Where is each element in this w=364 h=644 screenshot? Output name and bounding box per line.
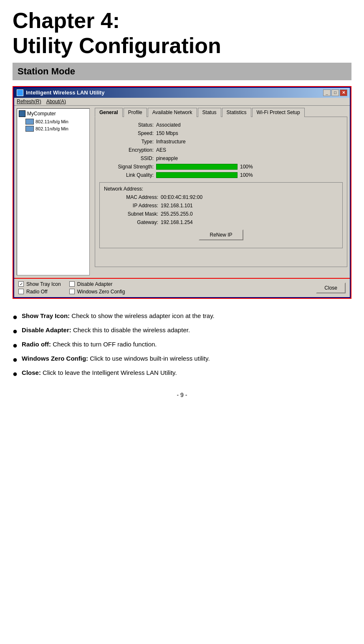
network-address-title: Network Address: bbox=[104, 186, 338, 192]
tree-root-label: MyComputer bbox=[27, 111, 56, 117]
close-titlebar-button[interactable]: ✕ bbox=[340, 89, 347, 96]
bullet-term-0: Show Tray Icon: bbox=[22, 312, 70, 319]
tab-available-network[interactable]: Available Network bbox=[148, 108, 197, 117]
bullet-desc-4: Click to leave the Intelligent Wireless … bbox=[43, 369, 177, 376]
radio-off-checkbox[interactable] bbox=[18, 289, 24, 294]
dialog-box: Intelligent Wireless LAN Utility _ □ ✕ R… bbox=[13, 87, 351, 298]
gateway-label: Gateway: bbox=[104, 219, 158, 225]
bullet-desc-0: Check to show the wireless adapter icon … bbox=[71, 312, 214, 319]
status-value: Associated bbox=[156, 122, 181, 128]
titlebar-buttons: _ □ ✕ bbox=[323, 89, 347, 96]
right-checkboxes: Disable Adapter Windows Zero Config bbox=[69, 281, 125, 295]
tree-item-2: 802.11n/b/g Min bbox=[25, 126, 88, 132]
disable-adapter-row: Disable Adapter bbox=[69, 281, 125, 287]
mac-label: MAC Address: bbox=[104, 194, 158, 200]
titlebar-left: Intelligent Wireless LAN Utility bbox=[17, 89, 104, 96]
row-status: Status: Associated bbox=[99, 122, 343, 128]
bullet-dot-0: ● bbox=[13, 311, 18, 322]
type-label: Type: bbox=[99, 139, 154, 145]
tab-content-general: Status: Associated Speed: 150 Mbps Type:… bbox=[95, 117, 347, 267]
list-item-text-0: Show Tray Icon: Check to show the wirele… bbox=[22, 311, 215, 321]
computer-icon bbox=[19, 110, 25, 117]
tree-root: MyComputer bbox=[19, 110, 88, 117]
restore-button[interactable]: □ bbox=[331, 89, 339, 96]
list-item-3: ● Windows Zero Config: Click to use wind… bbox=[13, 354, 351, 365]
show-tray-row: ✓ Show Tray Icon bbox=[18, 281, 61, 287]
ssid-label: SSID: bbox=[99, 155, 154, 161]
list-item-4: ● Close: Click to leave the Intelligent … bbox=[13, 368, 351, 379]
close-dialog-button[interactable]: Close bbox=[316, 283, 346, 293]
renew-ip-button[interactable]: ReNew IP bbox=[199, 229, 243, 240]
dialog-wrapper: Intelligent Wireless LAN Utility _ □ ✕ R… bbox=[13, 86, 351, 299]
link-label: Link Quality: bbox=[99, 172, 154, 178]
dialog-menubar: Refresh(R) About(A) bbox=[14, 98, 350, 106]
chapter-title: Chapter 4: Utility Configuration bbox=[13, 8, 351, 59]
left-checkboxes: ✓ Show Tray Icon Radio Off bbox=[18, 281, 61, 295]
row-signal: Signal Strength: 100% bbox=[99, 164, 343, 170]
type-value: Infrastructure bbox=[156, 139, 186, 145]
list-item-text-1: Disable Adapter: Check this to disable t… bbox=[22, 326, 190, 335]
row-gateway: Gateway: 192.168.1.254 bbox=[104, 219, 338, 225]
speed-value: 150 Mbps bbox=[156, 130, 178, 136]
signal-percent: 100% bbox=[240, 164, 253, 170]
show-tray-checkbox[interactable]: ✓ bbox=[18, 281, 24, 287]
radio-off-row: Radio Off bbox=[18, 289, 61, 295]
bullet-desc-2: Check this to turn OFF radio function. bbox=[53, 341, 157, 348]
disable-adapter-checkbox[interactable] bbox=[69, 281, 75, 287]
menu-refresh[interactable]: Refresh(R) bbox=[17, 99, 41, 104]
windows-zero-row: Windows Zero Config bbox=[69, 289, 125, 295]
link-bar bbox=[156, 172, 238, 178]
link-percent: 100% bbox=[240, 172, 253, 178]
status-label: Status: bbox=[99, 122, 154, 128]
page-number: - 9 - bbox=[13, 392, 351, 398]
bullet-desc-1: Check this to disable the wireless adapt… bbox=[73, 326, 190, 333]
bullet-dot-4: ● bbox=[13, 368, 18, 379]
dialog-bottom-bar: ✓ Show Tray Icon Radio Off Disable Adapt… bbox=[14, 278, 350, 297]
list-item-1: ● Disable Adapter: Check this to disable… bbox=[13, 326, 351, 336]
dialog-title: Intelligent Wireless LAN Utility bbox=[26, 89, 104, 96]
bullet-dot-2: ● bbox=[13, 340, 18, 351]
tree-item-label-1: 802.11n/b/g Min bbox=[35, 119, 68, 124]
subnet-label: Subnet Mask: bbox=[104, 211, 158, 217]
bullet-term-2: Radio off: bbox=[22, 341, 51, 348]
dialog-titlebar: Intelligent Wireless LAN Utility _ □ ✕ bbox=[14, 88, 350, 98]
row-speed: Speed: 150 Mbps bbox=[99, 130, 343, 136]
show-tray-label: Show Tray Icon bbox=[26, 281, 61, 287]
menu-about[interactable]: About(A) bbox=[46, 99, 66, 104]
radio-off-label: Radio Off bbox=[26, 289, 47, 295]
tab-bar: General Profile Available Network Status… bbox=[95, 107, 347, 117]
bullet-term-3: Windows Zero Config: bbox=[22, 355, 88, 362]
tab-status[interactable]: Status bbox=[198, 108, 221, 117]
row-ssid: SSID: pineapple bbox=[99, 155, 343, 161]
tab-general[interactable]: General bbox=[95, 108, 123, 117]
list-item-0: ● Show Tray Icon: Check to show the wire… bbox=[13, 311, 351, 322]
bullet-list: ● Show Tray Icon: Check to show the wire… bbox=[13, 311, 351, 379]
row-link: Link Quality: 100% bbox=[99, 172, 343, 178]
tab-wifi-protect[interactable]: Wi-Fi Protect Setup bbox=[252, 108, 305, 117]
bullet-term-4: Close: bbox=[22, 369, 41, 376]
tree-panel: MyComputer 802.11n/b/g Min 802.11n/b/g M… bbox=[17, 108, 90, 275]
ip-value: 192.168.1.101 bbox=[161, 203, 193, 209]
disable-adapter-label: Disable Adapter bbox=[77, 281, 113, 287]
list-item-2: ● Radio off: Check this to turn OFF radi… bbox=[13, 340, 351, 351]
section-header: Station Mode bbox=[13, 63, 351, 80]
subnet-value: 255.255.255.0 bbox=[161, 211, 193, 217]
tree-item-label-2: 802.11n/b/g Min bbox=[35, 126, 68, 131]
bullet-term-1: Disable Adapter: bbox=[22, 326, 71, 333]
speed-label: Speed: bbox=[99, 130, 154, 136]
content-panel: General Profile Available Network Status… bbox=[92, 106, 350, 278]
minimize-button[interactable]: _ bbox=[323, 89, 331, 96]
gateway-value: 192.168.1.254 bbox=[161, 219, 193, 225]
tree-item-1: 802.11n/b/g Min bbox=[25, 119, 88, 125]
device-icon-1 bbox=[25, 119, 34, 125]
row-mac: MAC Address: 00:E0:4C:81:92:00 bbox=[104, 194, 338, 200]
row-type: Type: Infrastructure bbox=[99, 139, 343, 145]
bullet-desc-3: Click to use windows built-in wireless u… bbox=[90, 355, 210, 362]
tab-profile[interactable]: Profile bbox=[124, 108, 147, 117]
bullet-dot-3: ● bbox=[13, 354, 18, 365]
signal-bar bbox=[156, 164, 238, 170]
tab-statistics[interactable]: Statistics bbox=[222, 108, 251, 117]
network-address-box: Network Address: MAC Address: 00:E0:4C:8… bbox=[99, 182, 343, 248]
list-item-text-4: Close: Click to leave the Intelligent Wi… bbox=[22, 368, 177, 378]
windows-zero-checkbox[interactable] bbox=[69, 289, 75, 294]
